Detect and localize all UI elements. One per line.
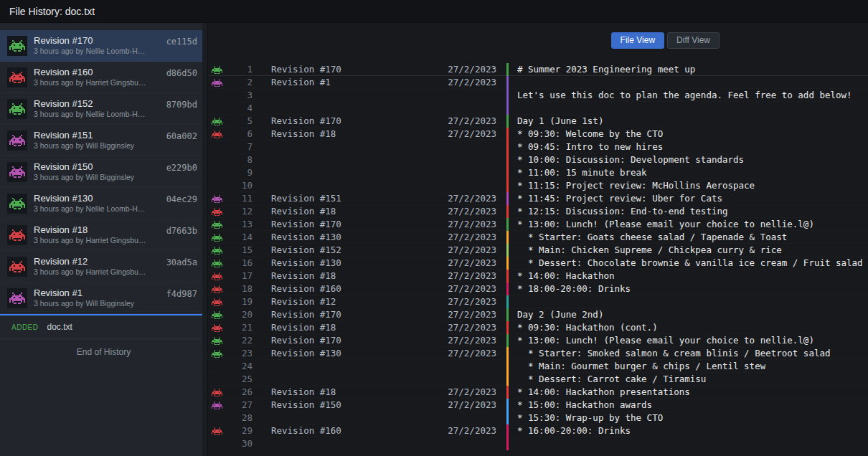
invader-avatar-icon [212,324,222,332]
revision-color-bar [506,89,509,102]
line-avatar [208,360,227,373]
invader-avatar-icon [212,66,222,74]
line-avatar [208,244,227,257]
blame-row[interactable]: 4 [208,102,868,115]
blame-row[interactable]: 29Revision #16027/2/2023* 16:00-20:00: D… [208,424,868,437]
line-number: 20 [227,308,253,321]
revision-color-bar [506,386,509,399]
blame-row[interactable]: 21Revision #1827/2/2023* 09:30: Hackatho… [208,321,868,334]
line-date [415,412,496,424]
invader-avatar-icon [212,234,222,242]
author-avatar [7,36,27,56]
line-date: 27/2/2023 [415,399,496,412]
blame-row[interactable]: 13Revision #17027/2/2023* 13:00: Lunch! … [208,218,868,231]
blame-row[interactable]: 18Revision #16027/2/2023* 18:00-20:00: D… [208,282,868,295]
line-text: Day 1 (June 1st) [517,115,603,128]
revision-hash: e229b0 [166,163,197,173]
revision-item[interactable]: Revision #13 hours ago by Will Bigginsle… [0,282,207,314]
blame-row[interactable]: 19Revision #1227/2/2023 [208,295,868,308]
revision-item[interactable]: Revision #1523 hours ago by Nellie Loomb… [0,93,207,125]
revision-item[interactable]: Revision #1503 hours ago by Will Biggins… [0,156,207,188]
invader-avatar-icon [9,103,25,115]
blame-row[interactable]: 1Revision #17027/2/2023# Summer 2023 Eng… [208,63,868,76]
line-avatar [208,153,227,166]
blame-row[interactable]: 22Revision #17027/2/2023* 13:00: Lunch! … [208,334,868,347]
blame-row[interactable]: 7* 09:45: Intro to new hires [208,141,868,153]
blame-row[interactable]: 16Revision #13027/2/2023 * Dessert: Choc… [208,257,868,270]
line-text: * 14:00: Hackathon presentations [517,386,690,399]
line-date [415,166,496,179]
blame-row[interactable]: 2Revision #127/2/2023 [208,76,868,89]
invader-avatar-icon [212,208,222,216]
line-date: 27/2/2023 [415,321,496,334]
blame-row[interactable]: 5Revision #17027/2/2023Day 1 (June 1st) [208,115,868,128]
line-revision: Revision #170 [271,115,415,128]
line-number: 3 [227,89,253,102]
revision-title: Revision #150 [34,161,160,173]
line-text: * 15:30: Wrap-up by the CTO [517,412,663,424]
line-revision [271,166,415,179]
blame-row[interactable]: 12Revision #1827/2/2023* 12:15: Discussi… [208,205,868,218]
invader-avatar-icon [212,337,222,345]
revision-item[interactable]: Revision #1703 hours ago by Nellie Loomb… [0,30,207,62]
revision-meta: 3 hours ago by Will Bigginsley [34,173,147,182]
revision-hash: 8709bd [166,100,197,110]
line-text: * 12:15: Discussion: End-to-end testing [517,205,728,218]
revision-meta: 3 hours ago by Harriet Gingsburtle [34,267,147,277]
blame-row[interactable]: 26Revision #1827/2/2023* 14:00: Hackatho… [208,386,868,399]
revision-item[interactable]: Revision #1303 hours ago by Nellie Loomb… [0,188,207,219]
line-text: * Main: Gourmet burger & chips / Lentil … [517,360,765,373]
revision-meta: 3 hours ago by Nellie Loomb-Howa... [34,110,147,119]
revision-item[interactable]: Revision #1603 hours ago by Harriet Ging… [0,62,207,93]
blame-row[interactable]: 30 [208,437,868,450]
blame-row[interactable]: 23Revision #13027/2/2023 * Starter: Smok… [208,347,868,360]
line-revision [271,360,415,373]
blame-row[interactable]: 17Revision #1827/2/2023* 14:00: Hackatho… [208,270,868,282]
blame-row[interactable]: 9* 11:00: 15 minute break [208,166,868,179]
revision-info: Revision #1603 hours ago by Harriet Ging… [34,67,160,87]
revision-item[interactable]: Revision #183 hours ago by Harriet Gings… [0,219,207,251]
line-date: 27/2/2023 [415,76,496,89]
invader-avatar-icon [212,402,222,409]
line-avatar [208,63,227,76]
line-text: * 13:00: Lunch! (Please email your choic… [517,218,814,231]
line-text: * Dessert: Chocolate brownie & vanilla i… [517,257,863,270]
line-number: 27 [227,399,253,412]
titlebar: File History: doc.txt [0,0,868,23]
blame-row[interactable]: 27Revision #15027/2/2023* 15:00: Hackath… [208,399,868,412]
diff-view-button[interactable]: Diff View [667,32,720,49]
revision-color-bar [506,257,509,270]
line-date: 27/2/2023 [415,386,496,399]
line-text: * Starter: Smoked salmon & cream blinis … [517,347,831,360]
line-avatar [208,166,227,179]
line-text: * 18:00-20:00: Drinks [517,282,631,295]
line-date: 27/2/2023 [415,257,496,270]
invader-avatar-icon [9,166,25,178]
added-row[interactable]: ADDED doc.txt [0,315,207,339]
blame-row[interactable]: 10* 11:15: Project review: McHollins Aer… [208,179,868,192]
file-view-button[interactable]: File View [611,32,664,49]
line-avatar [208,257,227,270]
revision-item[interactable]: Revision #1513 hours ago by Will Biggins… [0,125,207,156]
invader-avatar-icon [212,130,222,138]
line-avatar [208,128,227,141]
line-revision: Revision #18 [271,270,415,282]
blame-row[interactable]: 14Revision #13027/2/2023 * Starter: Goat… [208,231,868,244]
blame-row[interactable]: 6Revision #1827/2/2023* 09:30: Welcome b… [208,128,868,141]
line-date: 27/2/2023 [415,347,496,360]
revision-hash: d86d50 [166,68,197,78]
revision-info: Revision #1503 hours ago by Will Biggins… [34,161,160,182]
blame-row[interactable]: 25 * Dessert: Carrot cake / Tiramisu [208,373,868,386]
line-revision: Revision #18 [271,205,415,218]
blame-row[interactable]: 3Let's use this doc to plan the agenda. … [208,89,868,102]
blame-row[interactable]: 15Revision #15227/2/2023 * Main: Chicken… [208,244,868,257]
line-avatar [208,424,227,437]
blame-row[interactable]: 20Revision #17027/2/2023Day 2 (June 2nd) [208,308,868,321]
blame-row[interactable]: 28* 15:30: Wrap-up by the CTO [208,412,868,424]
blame-row[interactable]: 24 * Main: Gourmet burger & chips / Lent… [208,360,868,373]
blame-row[interactable]: 8* 10:00: Discussion: Development standa… [208,153,868,166]
revision-color-bar [506,115,509,128]
revision-item[interactable]: Revision #123 hours ago by Harriet Gings… [0,251,207,282]
revision-meta: 3 hours ago by Nellie Loomb-Howa... [34,47,147,56]
blame-row[interactable]: 11Revision #15127/2/2023* 11:45: Project… [208,192,868,205]
